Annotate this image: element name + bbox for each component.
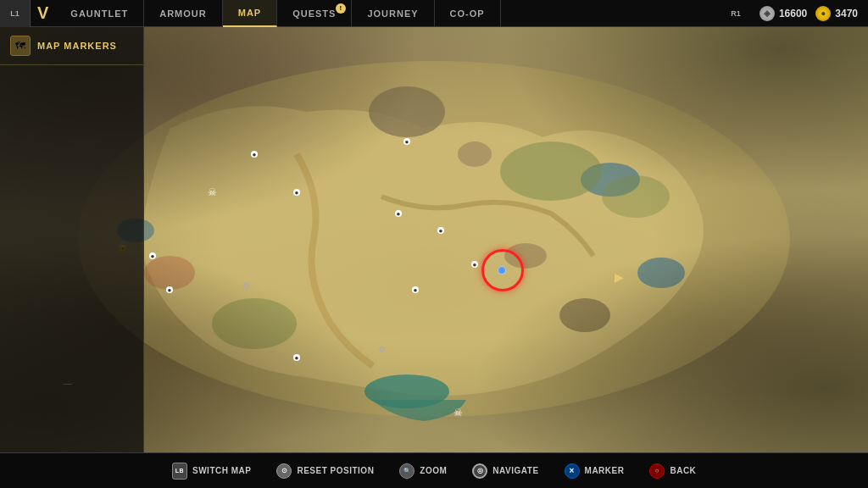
map-marker-5: ●	[437, 227, 444, 234]
svg-point-8	[212, 298, 297, 349]
switch-map-button[interactable]: LB	[172, 463, 187, 480]
map-marker-7: ●	[166, 286, 173, 293]
svg-point-9	[602, 175, 670, 218]
gold-icon: ●	[815, 6, 831, 21]
tab-map[interactable]: MAP	[223, 0, 277, 27]
map-marker-4: ●	[395, 210, 402, 217]
map-marker-skull-1: ☠	[207, 187, 217, 197]
player-position-marker	[498, 266, 506, 274]
svg-point-11	[458, 141, 492, 167]
reset-position-button[interactable]: ⊙	[276, 463, 292, 479]
zoom-button[interactable]: 🔍	[399, 463, 415, 479]
nav-right: R1 ◈ 16600 ● 3470	[721, 0, 868, 27]
action-marker[interactable]: × MARKER	[565, 463, 625, 479]
map-marker-gear-2: ⚙	[376, 344, 387, 354]
svg-point-6	[559, 298, 610, 332]
tab-quests[interactable]: QUESTS !	[277, 0, 352, 27]
svg-point-5	[369, 86, 445, 137]
reset-position-label: RESET POSITION	[297, 466, 374, 475]
svg-point-7	[500, 141, 602, 201]
map-marker-10: ●	[471, 261, 478, 268]
top-navigation: L1 V GAUNTLET ARMOUR MAP QUESTS ! JOURNE…	[0, 0, 868, 27]
map-marker-skull-2: ☠	[453, 408, 463, 418]
gold-currency: ● 3470	[815, 6, 858, 21]
rb-label: R1	[731, 9, 741, 18]
rb-button[interactable]: R1	[721, 0, 751, 27]
nav-left: L1 V GAUNTLET ARMOUR MAP QUESTS ! JOURNE…	[0, 0, 501, 27]
back-label: BACK	[670, 466, 696, 475]
sidebar-title: MAP MARKERS	[37, 41, 117, 51]
sidebar: 🗺 MAP MARKERS	[0, 27, 144, 452]
action-switch-map[interactable]: LB SWITCH MAP	[172, 463, 252, 480]
map-marker-gear-1: ⚙	[241, 280, 251, 291]
nav-tabs: GAUNTLET ARMOUR MAP QUESTS ! JOURNEY CO-…	[55, 0, 500, 27]
marker-button[interactable]: ×	[565, 463, 580, 479]
tab-coop[interactable]: CO-OP	[435, 0, 501, 27]
map-marker-6: ●	[149, 252, 156, 259]
silver-currency: ◈ 16600	[760, 6, 807, 21]
map-marker-2: ●	[293, 189, 300, 196]
lb-label: L1	[10, 9, 19, 18]
action-reset-position[interactable]: ⊙ RESET POSITION	[276, 463, 374, 479]
map-marker-arrow: ▶	[614, 272, 624, 282]
svg-point-2	[637, 258, 685, 288]
action-zoom[interactable]: 🔍 ZOOM	[399, 463, 447, 479]
bottom-action-bar: LB SWITCH MAP ⊙ RESET POSITION 🔍 ZOOM ◎ …	[0, 452, 868, 488]
tab-armour[interactable]: ARMOUR	[144, 0, 223, 27]
map-marker-8: ●	[293, 354, 300, 361]
map-marker-1: ●	[251, 151, 258, 158]
gold-amount: 3470	[835, 8, 858, 19]
sidebar-map-icon: 🗺	[10, 36, 31, 56]
silver-amount: 16600	[779, 8, 807, 19]
game-logo: V	[31, 3, 55, 23]
quests-badge: !	[336, 3, 346, 14]
map-marker-3: ●	[403, 138, 410, 145]
switch-map-label: SWITCH MAP	[192, 466, 251, 475]
tab-gauntlet[interactable]: GAUNTLET	[55, 0, 144, 27]
action-back[interactable]: ○ BACK	[649, 463, 696, 479]
lb-button[interactable]: L1	[0, 0, 31, 27]
sidebar-header: 🗺 MAP MARKERS	[0, 27, 143, 65]
navigate-button[interactable]: ◎	[472, 463, 487, 479]
action-navigate[interactable]: ◎ NAVIGATE	[472, 463, 538, 479]
navigate-label: NAVIGATE	[492, 466, 538, 475]
back-button[interactable]: ○	[649, 463, 665, 479]
svg-point-10	[144, 256, 195, 290]
zoom-label: ZOOM	[420, 466, 447, 475]
map-marker-9: ●	[412, 286, 419, 293]
marker-label: MARKER	[585, 466, 625, 475]
tab-journey[interactable]: JOURNEY	[352, 0, 434, 27]
silver-icon: ◈	[760, 6, 775, 21]
